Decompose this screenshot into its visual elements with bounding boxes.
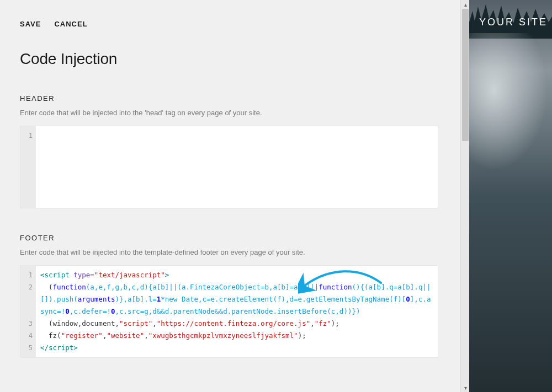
- gutter-line: 2: [20, 281, 33, 293]
- header-gutter: 1: [20, 126, 36, 208]
- footer-code-input[interactable]: <script type="text/javascript"> (functio…: [36, 266, 438, 357]
- settings-panel: SAVE CANCEL Code Injection HEADER Enter …: [0, 0, 469, 392]
- tok: 0: [65, 307, 70, 315]
- tok: ,: [152, 319, 157, 327]
- tok: );: [331, 319, 339, 327]
- tok: "xwugbsthgcmkpzlvmxzyneeslfjyakfsml": [148, 331, 298, 340]
- tok: "text/javascript": [94, 271, 165, 279]
- scrollbar-track[interactable]: ▴ ▾: [460, 0, 469, 392]
- tok: )},a[b].l=: [115, 295, 156, 303]
- header-code-editor[interactable]: 1: [20, 126, 438, 208]
- gutter-line: [20, 293, 33, 305]
- header-code-input[interactable]: [36, 126, 438, 208]
- tok: fz(: [40, 331, 61, 340]
- tok: type: [70, 271, 91, 279]
- tok: arguments: [78, 295, 115, 303]
- gutter-line: 1: [20, 130, 33, 142]
- tok: "register": [61, 331, 103, 340]
- tok: );: [298, 331, 306, 340]
- save-button[interactable]: SAVE: [20, 20, 41, 28]
- tok: >: [165, 271, 169, 279]
- tok: function: [319, 283, 352, 291]
- settings-scroll-area: SAVE CANCEL Code Injection HEADER Enter …: [0, 0, 469, 392]
- tok: 0: [406, 295, 410, 303]
- tok: ,: [144, 331, 148, 340]
- scroll-up-arrow-icon[interactable]: ▴: [461, 0, 470, 9]
- top-actions: SAVE CANCEL: [20, 20, 438, 28]
- tok: </script>: [40, 343, 78, 352]
- tok: =: [90, 271, 94, 279]
- tok: (a,e,f,g,b,c,d){a[b]||(a.FintezaCoreObje…: [86, 283, 319, 291]
- tok: <script: [40, 271, 70, 279]
- tok: function: [53, 283, 86, 291]
- tok: ,c.defer=!: [70, 307, 111, 315]
- preview-fog: [469, 33, 552, 176]
- tok: "script": [119, 319, 152, 327]
- tok: ,: [310, 319, 315, 327]
- header-section-desc: Enter code that will be injected into th…: [20, 108, 438, 118]
- gutter-line: [20, 305, 33, 318]
- gutter-line: 4: [20, 330, 33, 342]
- header-section-label: HEADER: [20, 94, 438, 103]
- tok: (window,document,: [40, 319, 119, 327]
- tok: "fz": [315, 319, 331, 327]
- scroll-down-arrow-icon[interactable]: ▾: [461, 383, 470, 392]
- tok: "website": [107, 331, 144, 340]
- preview-site-title: YOUR SITE: [469, 17, 552, 28]
- header-code-content[interactable]: [40, 154, 433, 227]
- gutter-line: 3: [20, 318, 33, 330]
- page-title: Code Injection: [20, 50, 438, 68]
- tok: (: [40, 283, 53, 291]
- footer-gutter: 1 2 3 4 5: [20, 266, 36, 357]
- tok: *new Date,c=e.createElement(f),d=e.getEl…: [161, 295, 406, 303]
- tok: "https://content.finteza.org/core.js": [157, 319, 310, 327]
- gutter-line: 1: [20, 269, 33, 281]
- footer-code-editor[interactable]: 1 2 3 4 5 <script type="text/javascript"…: [20, 265, 438, 358]
- gutter-line: 5: [20, 342, 33, 354]
- tok: ,c.src=g,d&&d.parentNode&&d.parentNode.i…: [115, 307, 360, 315]
- site-preview: YOUR SITE: [469, 0, 552, 392]
- cancel-button[interactable]: CANCEL: [54, 20, 87, 28]
- scrollbar-thumb[interactable]: [462, 9, 469, 141]
